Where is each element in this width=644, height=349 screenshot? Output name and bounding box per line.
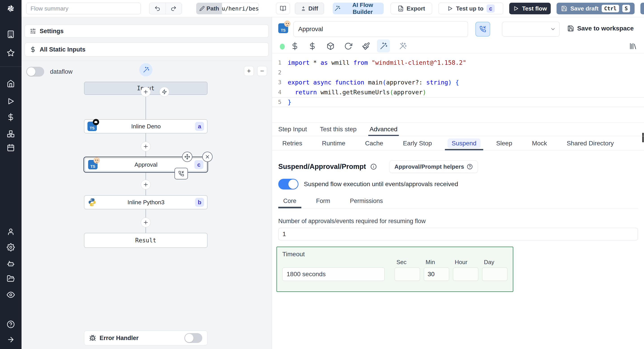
subtab-cache[interactable]: Cache (361, 136, 387, 150)
zoom-out-button[interactable]: − (257, 66, 267, 76)
timeout-day-input[interactable] (482, 268, 508, 281)
suspend-phone-badge[interactable] (174, 168, 188, 179)
dataflow-toggle[interactable] (26, 67, 44, 77)
ai-assist-wand-button[interactable] (139, 63, 152, 76)
tab-advanced[interactable]: Advanced (370, 122, 398, 136)
subtab-retries[interactable]: Retries (278, 136, 306, 150)
runs-play-icon[interactable] (7, 97, 15, 105)
subtab-mock[interactable]: Mock (528, 136, 551, 150)
step-id-badge: a (195, 122, 204, 131)
book-open-icon (280, 5, 286, 12)
delete-step-button[interactable] (202, 152, 212, 162)
resource-picker-icon[interactable] (308, 42, 316, 50)
plus-icon (143, 89, 149, 95)
audit-eye-icon[interactable] (7, 291, 15, 299)
export-button[interactable]: Export (390, 3, 432, 14)
topbar: Path u/henri/bes Diff AI Flow Builder Ex… (22, 0, 644, 17)
diff-button[interactable]: Diff (295, 3, 324, 14)
add-trigger-button[interactable] (160, 87, 169, 97)
tab-form[interactable]: Form (311, 196, 335, 208)
timeout-hour-input[interactable] (453, 268, 478, 281)
save-icon (567, 25, 574, 32)
home-icon[interactable] (7, 79, 15, 88)
subtab-shared-directory[interactable]: Shared Directory (562, 136, 618, 150)
step-id-badge: c (194, 160, 204, 169)
resources-boxes-icon[interactable] (7, 130, 15, 138)
workspace-script-select[interactable] (502, 22, 560, 36)
timeout-min-input[interactable] (424, 268, 449, 281)
folders-icon[interactable] (7, 275, 15, 283)
schedules-calendar-icon[interactable] (7, 144, 15, 152)
workers-bot-icon[interactable] (7, 260, 15, 268)
python-icon (88, 198, 97, 207)
code-lines: 1import * as wmill from "windmill-client… (272, 58, 644, 107)
step-name-input[interactable] (294, 21, 468, 37)
favorites-star-icon[interactable] (7, 49, 15, 57)
library-icon[interactable] (629, 42, 637, 50)
info-icon[interactable] (370, 164, 377, 170)
flow-summary-input[interactable] (26, 3, 141, 14)
flow-settings-button[interactable]: Settings (25, 25, 269, 38)
undo-button[interactable] (149, 3, 166, 14)
deploy-button-partial[interactable] (640, 3, 644, 14)
subtab-sleep[interactable]: Sleep (492, 136, 516, 150)
approvals-count-input[interactable] (278, 228, 638, 240)
subtab-suspend[interactable]: Suspend (448, 136, 480, 150)
test-flow-button[interactable]: Test flow (509, 3, 551, 14)
subtab-early-stop[interactable]: Early Stop (399, 136, 436, 150)
settings-gear-icon[interactable] (7, 243, 15, 251)
add-step-button[interactable] (141, 218, 151, 227)
add-step-button[interactable] (141, 87, 151, 97)
save-draft-button[interactable]: Save draft Ctrl S (556, 3, 634, 14)
suspend-section: Suspend/Approval/Prompt Approval/Prompt … (272, 151, 644, 292)
wand-off-icon[interactable] (399, 42, 407, 50)
package-icon[interactable] (326, 42, 334, 50)
redo-button[interactable] (166, 3, 182, 14)
tab-core[interactable]: Core (278, 196, 301, 208)
collapse-arrow-right-icon[interactable] (7, 336, 15, 344)
zoom-in-button[interactable]: + (244, 66, 254, 76)
workspace-building-icon[interactable] (7, 30, 15, 38)
test-up-to-button[interactable]: Test up to c (438, 3, 503, 14)
docs-book-button[interactable] (276, 3, 290, 14)
move-step-button[interactable] (182, 152, 192, 162)
advanced-subtabs: Retries Runtime Cache Early Stop Suspend… (272, 136, 644, 151)
reload-icon[interactable] (344, 42, 352, 50)
approval-prompt-helpers-button[interactable]: Approval/Prompt helpers (389, 160, 478, 173)
emoji-face-icon (284, 20, 290, 27)
help-circle-icon (467, 164, 473, 170)
suspend-toggle[interactable] (278, 179, 298, 190)
all-static-inputs-button[interactable]: All Static Inputs (25, 42, 269, 56)
suspend-phone-button[interactable] (476, 22, 490, 36)
graph-node-result[interactable]: Result (84, 233, 208, 248)
tab-permissions[interactable]: Permissions (345, 196, 388, 208)
dataflow-label: dataflow (50, 68, 73, 75)
save-to-workspace-button[interactable]: Save to workspace (567, 25, 634, 32)
step-id-badge: b (195, 198, 204, 207)
add-step-button[interactable] (141, 142, 151, 151)
windmill-logo-icon[interactable] (6, 3, 16, 13)
users-icon[interactable] (7, 228, 15, 236)
test-up-to-step-badge[interactable]: c (486, 4, 495, 12)
error-handler-card[interactable]: Error Handler (84, 331, 208, 346)
path-button[interactable]: Path u/henri/bes (196, 3, 259, 14)
ai-gen-wand-icon[interactable] (380, 42, 388, 50)
graph-node-inline-deno[interactable]: TS Inline Deno a (84, 119, 208, 133)
code-editor[interactable]: 1import * as wmill from "windmill-client… (272, 53, 644, 122)
timeout-sec-input[interactable] (395, 268, 420, 281)
plus-icon (143, 220, 149, 225)
subtab-runtime[interactable]: Runtime (318, 136, 349, 150)
graph-node-inline-python3[interactable]: Inline Python3 b (84, 195, 208, 209)
add-step-button[interactable] (141, 180, 151, 190)
zap-icon (162, 89, 167, 94)
variables-dollar-icon[interactable] (7, 113, 15, 121)
format-paintbrush-icon[interactable] (362, 42, 370, 50)
error-handler-toggle[interactable] (184, 333, 202, 343)
help-circle-icon[interactable] (7, 320, 15, 329)
variable-picker-icon[interactable] (291, 42, 299, 50)
tab-test-this-step[interactable]: Test this step (320, 122, 356, 136)
lang-status-dot (280, 44, 285, 49)
ai-flow-builder-button[interactable]: AI Flow Builder (333, 3, 384, 14)
file-export-icon (398, 5, 404, 12)
tab-step-input[interactable]: Step Input (278, 122, 307, 136)
